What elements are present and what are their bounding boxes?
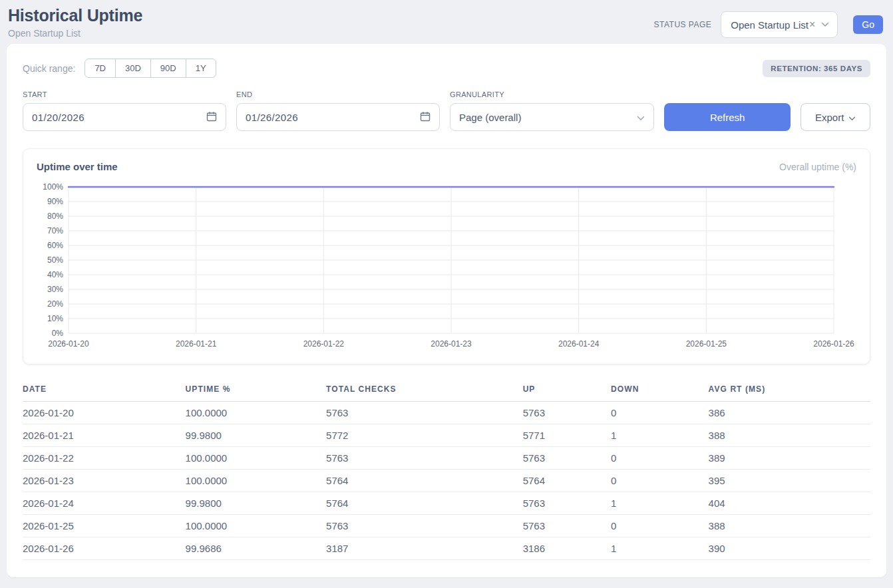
- column-header-total-checks: TOTAL CHECKS: [326, 380, 523, 402]
- cell-uptime: 100.0000: [186, 470, 326, 492]
- svg-text:2026-01-25: 2026-01-25: [686, 339, 727, 349]
- column-header-up: UP: [523, 380, 611, 402]
- svg-text:30%: 30%: [47, 285, 63, 294]
- cell-uptime: 100.0000: [186, 515, 326, 537]
- cell-up: 5763: [523, 447, 611, 470]
- quick-range-1y-button[interactable]: 1Y: [186, 59, 216, 78]
- quick-range-group: 7D 30D 90D 1Y: [85, 59, 216, 78]
- svg-text:2026-01-21: 2026-01-21: [176, 339, 217, 349]
- cell-date: 2026-01-25: [23, 515, 186, 537]
- svg-text:0%: 0%: [52, 329, 64, 338]
- cell-down: 0: [611, 470, 709, 492]
- cell-date: 2026-01-23: [23, 470, 186, 492]
- cell-up: 5763: [523, 492, 611, 515]
- cell-up: 3186: [523, 537, 611, 560]
- svg-text:10%: 10%: [47, 314, 63, 323]
- svg-text:2026-01-22: 2026-01-22: [303, 339, 345, 349]
- table-row: 2026-01-26 99.9686 3187 3186 1 390: [23, 537, 870, 560]
- column-header-avg-rt: AVG RT (MS): [709, 380, 870, 402]
- svg-text:2026-01-20: 2026-01-20: [48, 339, 89, 349]
- cell-uptime: 99.9800: [186, 424, 326, 447]
- svg-text:2026-01-23: 2026-01-23: [431, 339, 472, 349]
- chart-title: Uptime over time: [37, 161, 118, 172]
- cell-date: 2026-01-22: [23, 447, 186, 470]
- chevron-down-icon: [821, 22, 829, 27]
- end-date-field: END 01/26/2026: [236, 90, 440, 131]
- go-button[interactable]: Go: [853, 15, 883, 34]
- table-row: 2026-01-24 99.9800 5764 5763 1 404: [23, 492, 870, 515]
- svg-text:50%: 50%: [47, 255, 63, 265]
- quick-range-30d-button[interactable]: 30D: [115, 59, 151, 78]
- export-button-label: Export: [815, 112, 844, 123]
- start-date-input[interactable]: 01/20/2026: [23, 103, 226, 131]
- quick-range-7d-button[interactable]: 7D: [85, 59, 116, 78]
- chart-legend: Overall uptime (%): [779, 162, 856, 172]
- table-row: 2026-01-23 100.0000 5764 5764 0 395: [23, 470, 870, 492]
- svg-text:2026-01-24: 2026-01-24: [558, 339, 600, 349]
- cell-up: 5763: [523, 515, 611, 537]
- clear-icon[interactable]: ×: [809, 19, 815, 31]
- cell-avg-rt: 386: [709, 402, 870, 424]
- export-button[interactable]: Export: [801, 103, 870, 131]
- start-label: START: [23, 90, 226, 98]
- cell-uptime: 100.0000: [186, 447, 326, 470]
- cell-uptime: 100.0000: [186, 402, 326, 424]
- cell-avg-rt: 388: [709, 424, 870, 447]
- svg-text:60%: 60%: [47, 241, 63, 250]
- granularity-field: GRANULARITY Page (overall): [450, 90, 654, 131]
- status-page-select[interactable]: Open Startup List×: [721, 11, 838, 38]
- granularity-label: GRANULARITY: [450, 90, 654, 98]
- cell-down: 1: [611, 424, 709, 447]
- calendar-icon[interactable]: [206, 111, 217, 124]
- cell-avg-rt: 388: [709, 515, 870, 537]
- svg-text:100%: 100%: [43, 182, 63, 192]
- cell-down: 0: [611, 447, 709, 470]
- cell-uptime: 99.9686: [186, 537, 326, 560]
- retention-badge: RETENTION: 365 DAYS: [763, 60, 870, 77]
- svg-text:2026-01-26: 2026-01-26: [813, 339, 854, 349]
- chart-card: Uptime over time Overall uptime (%) 0%10…: [23, 148, 870, 365]
- filters-row: START 01/20/2026 END 01/26/2026 GRANULAR…: [23, 90, 870, 131]
- cell-date: 2026-01-20: [23, 402, 186, 424]
- cell-down: 0: [611, 402, 709, 424]
- chevron-down-icon: [848, 112, 856, 123]
- quick-range-row: Quick range: 7D 30D 90D 1Y RETENTION: 36…: [23, 59, 870, 78]
- table-header-row: DATE UPTIME % TOTAL CHECKS UP DOWN AVG R…: [23, 380, 870, 402]
- start-date-field: START 01/20/2026: [23, 90, 226, 131]
- end-date-input[interactable]: 01/26/2026: [236, 103, 440, 131]
- svg-text:20%: 20%: [47, 299, 63, 309]
- cell-avg-rt: 395: [709, 470, 870, 492]
- calendar-icon[interactable]: [420, 111, 431, 124]
- quick-range-90d-button[interactable]: 90D: [150, 59, 186, 78]
- cell-total-checks: 5764: [326, 492, 523, 515]
- table-row: 2026-01-22 100.0000 5763 5763 0 389: [23, 447, 870, 470]
- start-date-value: 01/20/2026: [32, 112, 85, 123]
- cell-up: 5763: [523, 402, 611, 424]
- uptime-table: DATE UPTIME % TOTAL CHECKS UP DOWN AVG R…: [23, 380, 870, 560]
- refresh-button[interactable]: Refresh: [664, 103, 791, 131]
- uptime-chart: 0%10%20%30%40%50%60%70%80%90%100%2026-01…: [37, 179, 856, 353]
- table-row: 2026-01-25 100.0000 5763 5763 0 388: [23, 515, 870, 537]
- chevron-down-icon: [637, 112, 645, 123]
- cell-total-checks: 5772: [326, 424, 523, 447]
- cell-up: 5764: [523, 470, 611, 492]
- cell-down: 0: [611, 515, 709, 537]
- granularity-select[interactable]: Page (overall): [450, 103, 654, 131]
- cell-total-checks: 3187: [326, 537, 523, 560]
- cell-date: 2026-01-24: [23, 492, 186, 515]
- column-header-uptime: UPTIME %: [186, 380, 326, 402]
- cell-total-checks: 5763: [326, 515, 523, 537]
- header-titles: Historical Uptime Open Startup List: [8, 6, 142, 39]
- cell-up: 5771: [523, 424, 611, 447]
- status-page-select-value: Open Startup List: [731, 19, 808, 31]
- cell-avg-rt: 390: [709, 537, 870, 560]
- end-date-value: 01/26/2026: [246, 112, 298, 123]
- cell-total-checks: 5763: [326, 447, 523, 470]
- cell-date: 2026-01-26: [23, 537, 186, 560]
- svg-text:40%: 40%: [47, 270, 63, 279]
- cell-down: 1: [611, 492, 709, 515]
- quick-range-label: Quick range:: [23, 63, 75, 74]
- svg-text:90%: 90%: [47, 197, 63, 206]
- page-header: Historical Uptime Open Startup List STAT…: [0, 0, 893, 44]
- svg-text:70%: 70%: [47, 226, 63, 235]
